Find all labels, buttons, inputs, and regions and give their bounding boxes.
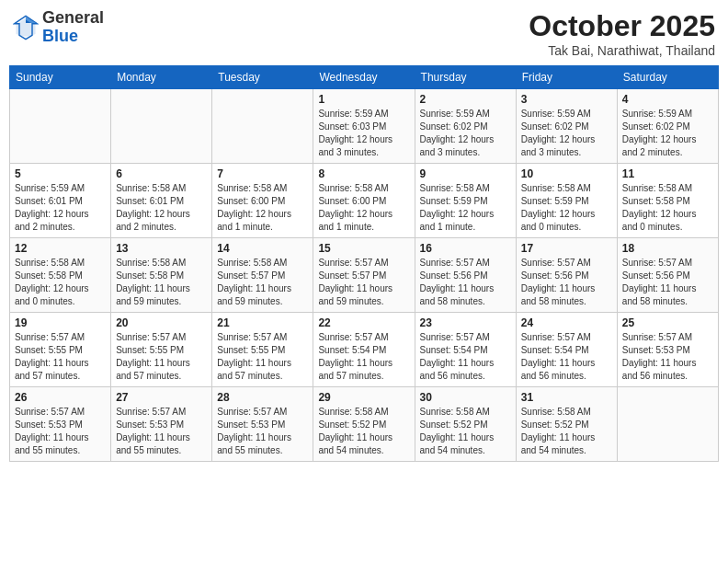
month-title: October 2025: [529, 9, 715, 43]
day-number: 14: [217, 242, 308, 255]
calendar-cell: 2Sunrise: 5:59 AM Sunset: 6:02 PM Daylig…: [415, 89, 516, 164]
calendar-cell: 26Sunrise: 5:57 AM Sunset: 5:53 PM Dayli…: [10, 387, 111, 462]
calendar-cell: 4Sunrise: 5:59 AM Sunset: 6:02 PM Daylig…: [617, 89, 718, 164]
day-number: 19: [15, 316, 106, 329]
weekday-header-friday: Friday: [516, 66, 617, 89]
calendar-cell: 18Sunrise: 5:57 AM Sunset: 5:56 PM Dayli…: [617, 238, 718, 313]
day-info: Sunrise: 5:59 AM Sunset: 6:02 PM Dayligh…: [521, 108, 612, 159]
day-number: 6: [116, 167, 207, 180]
page-header: General Blue October 2025 Tak Bai, Narat…: [9, 9, 719, 58]
logo-icon: [13, 15, 39, 40]
day-number: 30: [420, 391, 511, 404]
day-info: Sunrise: 5:57 AM Sunset: 5:54 PM Dayligh…: [420, 331, 511, 383]
day-number: 21: [217, 316, 308, 329]
day-info: Sunrise: 5:57 AM Sunset: 5:53 PM Dayligh…: [116, 406, 207, 457]
calendar-cell: [10, 89, 111, 164]
day-info: Sunrise: 5:57 AM Sunset: 5:53 PM Dayligh…: [15, 406, 106, 457]
day-number: 7: [217, 167, 308, 180]
weekday-header-monday: Monday: [111, 66, 212, 89]
day-number: 17: [521, 242, 612, 255]
day-number: 3: [521, 93, 612, 106]
calendar-cell: [212, 89, 313, 164]
day-info: Sunrise: 5:58 AM Sunset: 6:00 PM Dayligh…: [318, 182, 409, 234]
day-number: 4: [622, 93, 713, 106]
day-number: 10: [521, 167, 612, 180]
day-info: Sunrise: 5:57 AM Sunset: 5:54 PM Dayligh…: [318, 331, 409, 383]
weekday-header-saturday: Saturday: [617, 66, 718, 89]
day-number: 18: [622, 242, 713, 255]
calendar-cell: 3Sunrise: 5:59 AM Sunset: 6:02 PM Daylig…: [516, 89, 617, 164]
day-number: 15: [318, 242, 409, 255]
weekday-header-wednesday: Wednesday: [313, 66, 415, 89]
day-info: Sunrise: 5:58 AM Sunset: 5:57 PM Dayligh…: [217, 257, 308, 308]
logo-blue-text: Blue: [42, 27, 78, 45]
day-info: Sunrise: 5:57 AM Sunset: 5:55 PM Dayligh…: [217, 331, 308, 383]
calendar-cell: 8Sunrise: 5:58 AM Sunset: 6:00 PM Daylig…: [313, 164, 415, 238]
day-number: 23: [420, 316, 511, 329]
weekday-header-tuesday: Tuesday: [212, 66, 313, 89]
day-info: Sunrise: 5:58 AM Sunset: 5:59 PM Dayligh…: [521, 182, 612, 234]
calendar-cell: 19Sunrise: 5:57 AM Sunset: 5:55 PM Dayli…: [10, 313, 111, 387]
day-info: Sunrise: 5:58 AM Sunset: 5:52 PM Dayligh…: [521, 406, 612, 457]
calendar-cell: 29Sunrise: 5:58 AM Sunset: 5:52 PM Dayli…: [313, 387, 415, 462]
calendar-cell: 1Sunrise: 5:59 AM Sunset: 6:03 PM Daylig…: [313, 89, 415, 164]
logo-general-text: General: [42, 8, 104, 27]
week-row-1: 1Sunrise: 5:59 AM Sunset: 6:03 PM Daylig…: [10, 89, 719, 164]
calendar-cell: 28Sunrise: 5:57 AM Sunset: 5:53 PM Dayli…: [212, 387, 313, 462]
title-block: October 2025 Tak Bai, Narathiwat, Thaila…: [529, 9, 715, 58]
day-info: Sunrise: 5:59 AM Sunset: 6:02 PM Dayligh…: [622, 108, 713, 159]
calendar-cell: 14Sunrise: 5:58 AM Sunset: 5:57 PM Dayli…: [212, 238, 313, 313]
calendar-cell: 5Sunrise: 5:59 AM Sunset: 6:01 PM Daylig…: [10, 164, 111, 238]
day-number: 29: [318, 391, 409, 404]
calendar-cell: 21Sunrise: 5:57 AM Sunset: 5:55 PM Dayli…: [212, 313, 313, 387]
calendar-cell: 11Sunrise: 5:58 AM Sunset: 5:58 PM Dayli…: [617, 164, 718, 238]
calendar-cell: 25Sunrise: 5:57 AM Sunset: 5:53 PM Dayli…: [617, 313, 718, 387]
calendar-table: SundayMondayTuesdayWednesdayThursdayFrid…: [9, 65, 719, 462]
day-info: Sunrise: 5:57 AM Sunset: 5:53 PM Dayligh…: [217, 406, 308, 457]
weekday-header-sunday: Sunday: [10, 66, 111, 89]
day-info: Sunrise: 5:59 AM Sunset: 6:01 PM Dayligh…: [15, 182, 106, 234]
day-number: 25: [622, 316, 713, 329]
calendar-cell: 10Sunrise: 5:58 AM Sunset: 5:59 PM Dayli…: [516, 164, 617, 238]
day-info: Sunrise: 5:58 AM Sunset: 5:59 PM Dayligh…: [420, 182, 511, 234]
calendar-cell: 31Sunrise: 5:58 AM Sunset: 5:52 PM Dayli…: [516, 387, 617, 462]
day-info: Sunrise: 5:57 AM Sunset: 5:55 PM Dayligh…: [116, 331, 207, 383]
day-number: 26: [15, 391, 106, 404]
calendar-cell: 20Sunrise: 5:57 AM Sunset: 5:55 PM Dayli…: [111, 313, 212, 387]
calendar-cell: 13Sunrise: 5:58 AM Sunset: 5:58 PM Dayli…: [111, 238, 212, 313]
weekday-header-thursday: Thursday: [415, 66, 516, 89]
week-row-5: 26Sunrise: 5:57 AM Sunset: 5:53 PM Dayli…: [10, 387, 719, 462]
calendar-cell: 12Sunrise: 5:58 AM Sunset: 5:58 PM Dayli…: [10, 238, 111, 313]
calendar-cell: 23Sunrise: 5:57 AM Sunset: 5:54 PM Dayli…: [415, 313, 516, 387]
day-number: 9: [420, 167, 511, 180]
day-number: 2: [420, 93, 511, 106]
day-number: 16: [420, 242, 511, 255]
day-number: 27: [116, 391, 207, 404]
calendar-cell: 22Sunrise: 5:57 AM Sunset: 5:54 PM Dayli…: [313, 313, 415, 387]
calendar-cell: [111, 89, 212, 164]
calendar-cell: 30Sunrise: 5:58 AM Sunset: 5:52 PM Dayli…: [415, 387, 516, 462]
day-info: Sunrise: 5:57 AM Sunset: 5:56 PM Dayligh…: [420, 257, 511, 308]
day-info: Sunrise: 5:58 AM Sunset: 5:58 PM Dayligh…: [15, 257, 106, 308]
calendar-cell: 6Sunrise: 5:58 AM Sunset: 6:01 PM Daylig…: [111, 164, 212, 238]
calendar-cell: [617, 387, 718, 462]
day-info: Sunrise: 5:57 AM Sunset: 5:53 PM Dayligh…: [622, 331, 713, 383]
location-subtitle: Tak Bai, Narathiwat, Thailand: [529, 43, 715, 58]
day-info: Sunrise: 5:58 AM Sunset: 6:01 PM Dayligh…: [116, 182, 207, 234]
logo: General Blue: [13, 9, 104, 46]
day-number: 5: [15, 167, 106, 180]
calendar-cell: 17Sunrise: 5:57 AM Sunset: 5:56 PM Dayli…: [516, 238, 617, 313]
day-info: Sunrise: 5:58 AM Sunset: 6:00 PM Dayligh…: [217, 182, 308, 234]
day-info: Sunrise: 5:59 AM Sunset: 6:03 PM Dayligh…: [318, 108, 409, 159]
calendar-cell: 15Sunrise: 5:57 AM Sunset: 5:57 PM Dayli…: [313, 238, 415, 313]
calendar-cell: 9Sunrise: 5:58 AM Sunset: 5:59 PM Daylig…: [415, 164, 516, 238]
day-number: 20: [116, 316, 207, 329]
day-number: 11: [622, 167, 713, 180]
day-info: Sunrise: 5:57 AM Sunset: 5:56 PM Dayligh…: [521, 257, 612, 308]
day-info: Sunrise: 5:59 AM Sunset: 6:02 PM Dayligh…: [420, 108, 511, 159]
day-info: Sunrise: 5:58 AM Sunset: 5:52 PM Dayligh…: [420, 406, 511, 457]
week-row-2: 5Sunrise: 5:59 AM Sunset: 6:01 PM Daylig…: [10, 164, 719, 238]
day-info: Sunrise: 5:57 AM Sunset: 5:56 PM Dayligh…: [622, 257, 713, 308]
day-number: 31: [521, 391, 612, 404]
day-info: Sunrise: 5:58 AM Sunset: 5:58 PM Dayligh…: [622, 182, 713, 234]
